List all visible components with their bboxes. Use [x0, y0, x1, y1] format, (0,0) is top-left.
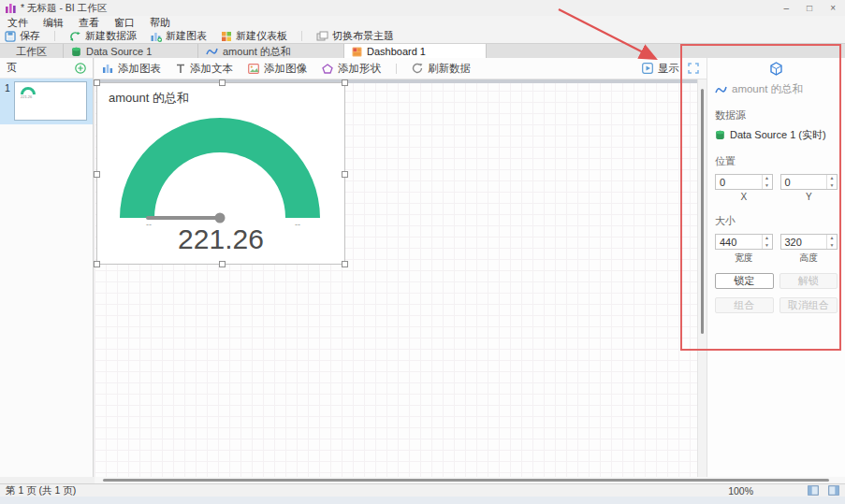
y-position-value[interactable]: 0 — [781, 175, 827, 189]
add-image-label: 添加图像 — [264, 62, 307, 76]
inspector-chart-name: amount 的总和 — [732, 82, 803, 96]
unlock-button: 解锁 — [779, 273, 838, 289]
add-image-icon — [248, 64, 259, 74]
inspector-panel: amount 的总和 数据源 Data Source 1 (实时) 位置 0 ▲… — [707, 58, 845, 477]
canvas-horizontal-scrollbar[interactable] — [95, 477, 845, 483]
page-thumbnail-selected[interactable]: 1 221.26 — [0, 79, 93, 124]
add-chart-button[interactable]: 添加图表 — [102, 62, 161, 76]
new-chart-icon — [151, 31, 162, 42]
switch-theme-icon — [316, 31, 328, 41]
resize-handle-s[interactable] — [219, 261, 226, 267]
menu-window[interactable]: 窗口 — [112, 16, 137, 30]
menu-file[interactable]: 文件 — [6, 16, 30, 30]
position-label: 位置 — [715, 154, 838, 168]
v-scroll-thumb[interactable] — [701, 89, 704, 334]
menu-help[interactable]: 帮助 — [148, 16, 172, 30]
gauge-chart-widget[interactable]: amount 的总和 -- -- 221.26 — [96, 82, 345, 265]
y-stepper-arrows[interactable]: ▲▼ — [826, 175, 837, 189]
width-label: 宽度 — [715, 252, 773, 265]
width-stepper[interactable]: 440 ▲▼ — [715, 234, 773, 250]
height-label: 高度 — [780, 252, 838, 265]
app-logo-icon — [6, 3, 16, 13]
y-position-stepper[interactable]: 0 ▲▼ — [780, 174, 838, 190]
tab-workspace-label: 工作区 — [16, 45, 47, 59]
add-page-icon[interactable] — [75, 63, 86, 74]
chart-line-icon — [715, 85, 727, 94]
resize-handle-sw[interactable] — [94, 261, 100, 267]
datasource-icon — [71, 47, 81, 57]
maximize-button[interactable]: □ — [807, 3, 812, 13]
tab-datasource-label: Data Source 1 — [86, 46, 152, 57]
width-stepper-arrows[interactable]: ▲▼ — [762, 235, 772, 249]
tab-chart[interactable]: amount 的总和 — [198, 44, 344, 59]
status-bar: 第 1 页 (共 1 页) 100% — [0, 483, 845, 497]
x-position-stepper[interactable]: 0 ▲▼ — [715, 174, 773, 190]
tab-dashboard[interactable]: Dashboard 1 — [344, 44, 487, 59]
x-axis-label: X — [715, 192, 773, 202]
new-dashboard-button[interactable]: 新建仪表板 — [221, 29, 287, 43]
lock-button[interactable]: 锁定 — [715, 273, 774, 289]
new-datasource-button[interactable]: 新建数据源 — [69, 29, 137, 43]
tab-workspace[interactable]: 工作区 — [0, 44, 64, 59]
widget-cube-icon — [769, 62, 783, 76]
fullscreen-icon[interactable] — [688, 63, 699, 74]
resize-handle-w[interactable] — [94, 171, 100, 178]
tab-dashboard-label: Dashboard 1 — [367, 46, 426, 57]
h-scroll-thumb[interactable] — [103, 479, 829, 482]
save-button[interactable]: 保存 — [5, 29, 40, 43]
thumb-gauge-value: 221.26 — [21, 94, 32, 99]
height-stepper[interactable]: 320 ▲▼ — [780, 234, 838, 250]
show-button[interactable]: 显示 — [642, 62, 679, 76]
pages-title: 页 — [7, 61, 17, 75]
add-text-label: 添加文本 — [190, 62, 233, 76]
pages-header: 页 — [0, 58, 93, 79]
tab-datasource[interactable]: Data Source 1 — [64, 44, 198, 59]
page-info: 第 1 页 (共 1 页) — [6, 484, 76, 497]
new-chart-label: 新建图表 — [166, 29, 207, 43]
tab-chart-label: amount 的总和 — [223, 45, 291, 59]
group-button: 组合 — [715, 297, 774, 313]
new-datasource-icon — [69, 31, 81, 42]
toggle-right-panel-icon[interactable] — [828, 485, 839, 496]
new-chart-button[interactable]: 新建图表 — [151, 29, 207, 43]
toggle-left-panel-icon[interactable] — [808, 485, 819, 496]
title-bar: * 无标题 - BI 工作区 – □ × — [0, 0, 845, 16]
close-button[interactable]: × — [830, 3, 836, 13]
height-value[interactable]: 320 — [781, 235, 827, 249]
add-shape-label: 添加形状 — [338, 62, 381, 76]
bi-workspace-window: * 无标题 - BI 工作区 – □ × 文件 编辑 查看 窗口 帮助 保存 新… — [0, 0, 845, 504]
resize-handle-e[interactable] — [342, 171, 348, 178]
datasource-row[interactable]: Data Source 1 (实时) — [715, 128, 838, 142]
save-icon — [5, 31, 16, 42]
y-axis-label: Y — [780, 192, 838, 202]
resize-handle-n[interactable] — [219, 79, 226, 86]
refresh-data-button[interactable]: 刷新数据 — [412, 62, 471, 76]
chart-line-icon — [206, 47, 218, 56]
add-image-button[interactable]: 添加图像 — [248, 62, 307, 76]
size-label: 大小 — [715, 214, 838, 228]
switch-theme-button[interactable]: 切换布景主题 — [316, 29, 394, 43]
menu-view[interactable]: 查看 — [77, 16, 101, 30]
canvas-vertical-scrollbar[interactable] — [697, 79, 707, 477]
new-datasource-label: 新建数据源 — [85, 29, 137, 43]
datasource-label: 数据源 — [715, 108, 838, 122]
resize-handle-se[interactable] — [342, 261, 348, 267]
toolbar-divider — [301, 31, 302, 41]
new-dashboard-icon — [221, 31, 232, 42]
width-value[interactable]: 440 — [716, 235, 762, 249]
dashboard-icon — [352, 47, 362, 57]
add-text-button[interactable]: 添加文本 — [176, 62, 233, 76]
add-shape-button[interactable]: 添加形状 — [322, 62, 381, 76]
resize-handle-nw[interactable] — [94, 79, 100, 86]
resize-handle-ne[interactable] — [342, 79, 348, 86]
height-stepper-arrows[interactable]: ▲▼ — [826, 235, 837, 249]
zoom-level[interactable]: 100% — [728, 485, 753, 497]
add-shape-icon — [322, 64, 333, 74]
minimize-button[interactable]: – — [784, 3, 790, 13]
ungroup-button: 取消组合 — [779, 297, 838, 313]
x-stepper-arrows[interactable]: ▲▼ — [762, 175, 772, 189]
x-position-value[interactable]: 0 — [716, 175, 762, 189]
menu-edit[interactable]: 编辑 — [41, 16, 66, 30]
page-thumbnail: 221.26 — [14, 81, 87, 121]
new-dashboard-label: 新建仪表板 — [236, 29, 287, 43]
